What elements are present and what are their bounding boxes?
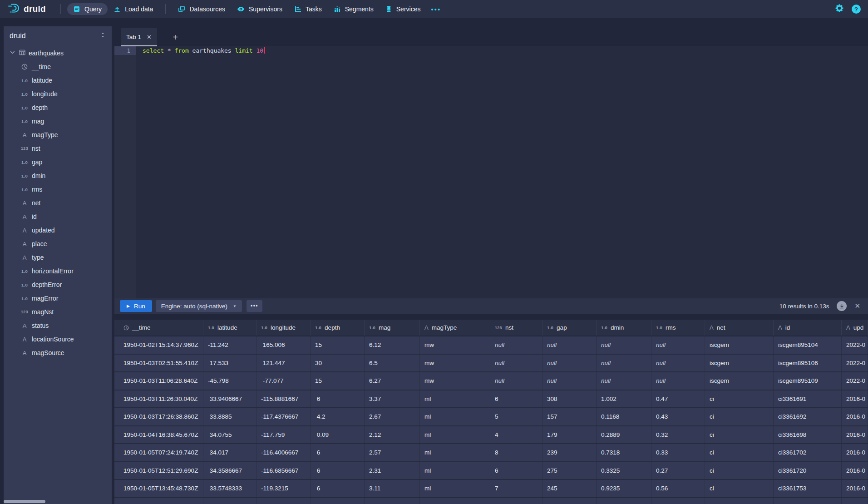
table-cell[interactable] [114, 498, 203, 504]
sidebar-column-magType[interactable]: AmagType [4, 128, 112, 142]
table-cell[interactable]: 34.0755 [203, 426, 256, 444]
sidebar-column-magError[interactable]: 1.0magError [4, 292, 112, 305]
table-cell[interactable]: 2022-0 [842, 372, 868, 390]
sidebar-column-longitude[interactable]: 1.0longitude [4, 87, 112, 101]
tab-1[interactable]: Tab 1 ✕ [121, 28, 157, 46]
table-cell[interactable]: 34.017 [203, 444, 256, 461]
table-cell[interactable]: ci3361691 [774, 390, 842, 408]
results-header-cell-dmin[interactable]: 1.0dmin [597, 320, 651, 336]
table-cell[interactable]: 30 [311, 355, 365, 372]
table-cell[interactable]: -45.798 [203, 372, 256, 390]
datasource-node-earthquakes[interactable]: earthquakes [4, 46, 112, 60]
table-cell[interactable]: ml [420, 462, 490, 479]
table-cell[interactable]: ml [420, 480, 490, 497]
table-cell[interactable]: mw [420, 336, 490, 354]
close-results-icon[interactable]: ✕ [854, 302, 860, 310]
run-button[interactable]: ▶ Run [120, 300, 152, 312]
tab-close-icon[interactable]: ✕ [147, 34, 152, 40]
sort-double-caret-icon[interactable] [100, 32, 106, 40]
table-cell[interactable]: 15 [311, 372, 365, 390]
results-header-cell-gap[interactable]: 1.0gap [542, 320, 597, 336]
table-cell[interactable]: -119.3215 [256, 480, 311, 497]
table-cell[interactable]: 0.09 [311, 426, 365, 444]
table-cell[interactable]: null [542, 372, 597, 390]
nav-item-tasks[interactable]: Tasks [288, 3, 328, 15]
table-cell[interactable]: 1950-01-02T15:14:37.960Z [114, 336, 203, 354]
table-cell[interactable] [365, 498, 420, 504]
table-cell[interactable]: -11.242 [203, 336, 256, 354]
table-cell[interactable]: 1950-01-05T07:24:19.740Z [114, 444, 203, 461]
table-cell[interactable]: -116.6856667 [256, 462, 311, 479]
nav-item-query[interactable]: Query [67, 3, 108, 15]
table-cell[interactable]: iscgem [705, 372, 774, 390]
table-cell[interactable]: 1950-01-04T16:38:45.670Z [114, 426, 203, 444]
results-header-cell-depth[interactable]: 1.0depth [311, 320, 365, 336]
table-cell[interactable]: 239 [542, 444, 597, 461]
table-cell[interactable]: null [597, 336, 651, 354]
table-cell[interactable] [774, 498, 842, 504]
table-cell[interactable]: 121.447 [256, 355, 311, 372]
table-cell[interactable]: 0.2889 [597, 426, 651, 444]
results-header-cell-upd[interactable]: Aupd [842, 320, 868, 336]
druid-logo[interactable]: druid [7, 3, 46, 15]
table-cell[interactable]: ci [705, 408, 774, 425]
table-cell[interactable]: ci [705, 426, 774, 444]
table-cell[interactable]: 157 [542, 408, 597, 425]
table-cell[interactable]: null [597, 372, 651, 390]
table-cell[interactable]: iscgem895106 [774, 355, 842, 372]
table-cell[interactable]: ci [705, 390, 774, 408]
table-cell[interactable]: 2016-0 [842, 426, 868, 444]
results-header-cell-magType[interactable]: AmagType [420, 320, 490, 336]
table-cell[interactable]: 2.31 [365, 462, 420, 479]
table-cell[interactable]: 179 [542, 426, 597, 444]
table-cell[interactable]: -116.4006667 [256, 444, 311, 461]
table-cell[interactable]: 1950-01-03T02:51:55.410Z [114, 355, 203, 372]
sidebar-column-updated[interactable]: Aupdated [4, 223, 112, 237]
sidebar-column-id[interactable]: Aid [4, 210, 112, 223]
sidebar-column-depth[interactable]: 1.0depth [4, 101, 112, 114]
sidebar-column-status[interactable]: Astatus [4, 319, 112, 332]
table-cell[interactable]: 245 [542, 480, 597, 497]
sidebar-column-dmin[interactable]: 1.0dmin [4, 169, 112, 183]
nav-item-services[interactable]: Services [380, 3, 427, 15]
table-cell[interactable]: 1950-01-05T12:51:29.690Z [114, 462, 203, 479]
table-cell[interactable]: 6 [311, 390, 365, 408]
table-cell[interactable]: mw [420, 355, 490, 372]
table-cell[interactable] [597, 498, 651, 504]
table-cell[interactable]: null [597, 355, 651, 372]
table-cell[interactable]: 6 [311, 462, 365, 479]
table-cell[interactable]: null [651, 336, 705, 354]
table-cell[interactable]: ci [705, 462, 774, 479]
sidebar-column-latitude[interactable]: 1.0latitude [4, 74, 112, 87]
run-more-button[interactable]: ••• [247, 300, 262, 312]
table-cell[interactable]: ci3361698 [774, 426, 842, 444]
table-cell[interactable]: 6.27 [365, 372, 420, 390]
results-header-cell-nst[interactable]: 123nst [490, 320, 542, 336]
chevron-down-icon[interactable] [9, 49, 16, 57]
sidebar-column-place[interactable]: Aplace [4, 237, 112, 251]
settings-gear-icon[interactable] [835, 4, 843, 14]
table-cell[interactable]: 0.33 [651, 444, 705, 461]
table-cell[interactable]: 2016-0 [842, 390, 868, 408]
sidebar-column-horizontalError[interactable]: 1.0horizontalError [4, 264, 112, 278]
table-cell[interactable]: 0.56 [651, 480, 705, 497]
table-cell[interactable]: null [542, 336, 597, 354]
table-cell[interactable]: 1950-01-03T11:06:28.640Z [114, 372, 203, 390]
table-cell[interactable]: null [490, 336, 542, 354]
nav-item-supervisors[interactable]: Supervisors [231, 3, 288, 15]
table-cell[interactable]: 2016-0 [842, 480, 868, 497]
table-cell[interactable]: 0.3325 [597, 462, 651, 479]
sidebar-column-nst[interactable]: 123nst [4, 142, 112, 155]
nav-item-datasources[interactable]: Datasources [172, 3, 231, 15]
table-cell[interactable]: 1.002 [597, 390, 651, 408]
download-icon[interactable] [837, 301, 847, 311]
add-tab-button[interactable]: + [170, 32, 181, 43]
sql-editor[interactable]: 1 select * from earthquakes limit 10 [114, 46, 868, 298]
nav-item-load-data[interactable]: Load data [108, 3, 159, 15]
table-cell[interactable]: -117.4376667 [256, 408, 311, 425]
table-cell[interactable]: iscgem [705, 336, 774, 354]
sidebar-column-type[interactable]: Atype [4, 251, 112, 264]
table-cell[interactable]: 165.006 [256, 336, 311, 354]
table-cell[interactable]: 6 [311, 480, 365, 497]
table-cell[interactable]: iscgem [705, 355, 774, 372]
